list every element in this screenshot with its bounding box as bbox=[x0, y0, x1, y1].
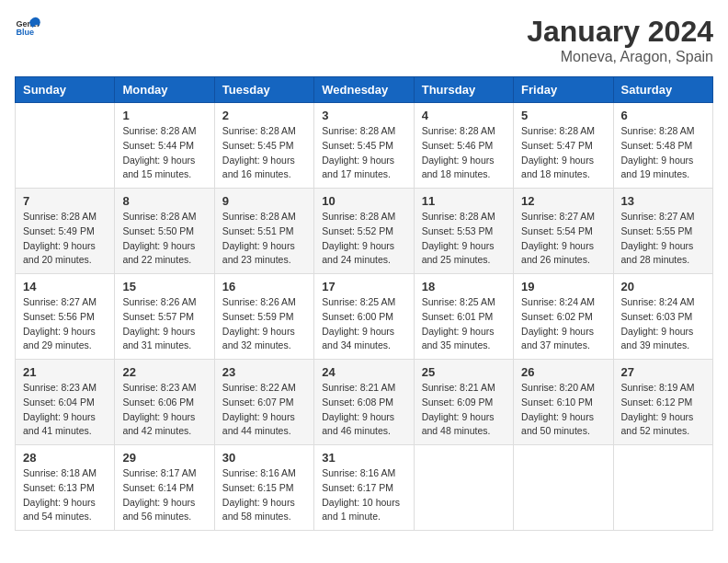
header-tuesday: Tuesday bbox=[214, 77, 313, 103]
day-info: Sunrise: 8:19 AMSunset: 6:12 PMDaylight:… bbox=[621, 381, 705, 439]
day-info: Sunrise: 8:27 AMSunset: 5:55 PMDaylight:… bbox=[621, 210, 705, 268]
day-info: Sunrise: 8:28 AMSunset: 5:51 PMDaylight:… bbox=[222, 210, 306, 268]
calendar-cell-1-5: 4Sunrise: 8:28 AMSunset: 5:46 PMDaylight… bbox=[414, 103, 513, 189]
day-info: Sunrise: 8:22 AMSunset: 6:07 PMDaylight:… bbox=[222, 381, 306, 439]
week-row-1: 1Sunrise: 8:28 AMSunset: 5:44 PMDaylight… bbox=[16, 103, 713, 189]
day-info: Sunrise: 8:21 AMSunset: 6:09 PMDaylight:… bbox=[422, 381, 506, 439]
day-info: Sunrise: 8:28 AMSunset: 5:50 PMDaylight:… bbox=[122, 210, 206, 268]
day-number: 17 bbox=[322, 280, 405, 293]
day-number: 27 bbox=[621, 365, 705, 379]
title-area: January 2024 Moneva, Aragon, Spain bbox=[527, 15, 713, 65]
day-info: Sunrise: 8:21 AMSunset: 6:08 PMDaylight:… bbox=[322, 381, 405, 439]
calendar-cell-3-3: 16Sunrise: 8:26 AMSunset: 5:59 PMDayligh… bbox=[214, 274, 313, 360]
week-row-2: 7Sunrise: 8:28 AMSunset: 5:49 PMDaylight… bbox=[16, 189, 713, 274]
logo-icon: General Blue bbox=[15, 15, 40, 40]
calendar-cell-4-7: 27Sunrise: 8:19 AMSunset: 6:12 PMDayligh… bbox=[613, 360, 712, 445]
week-row-5: 28Sunrise: 8:18 AMSunset: 6:13 PMDayligh… bbox=[16, 445, 713, 531]
calendar-cell-1-6: 5Sunrise: 8:28 AMSunset: 5:47 PMDaylight… bbox=[514, 103, 613, 189]
weekday-header-row: Sunday Monday Tuesday Wednesday Thursday… bbox=[16, 77, 713, 103]
day-info: Sunrise: 8:26 AMSunset: 5:57 PMDaylight:… bbox=[122, 295, 206, 353]
header-monday: Monday bbox=[115, 77, 214, 103]
calendar-cell-1-2: 1Sunrise: 8:28 AMSunset: 5:44 PMDaylight… bbox=[115, 103, 214, 189]
calendar-cell-3-4: 17Sunrise: 8:25 AMSunset: 6:00 PMDayligh… bbox=[314, 274, 414, 360]
calendar-cell-4-3: 23Sunrise: 8:22 AMSunset: 6:07 PMDayligh… bbox=[214, 360, 313, 445]
day-number: 12 bbox=[521, 194, 605, 208]
day-info: Sunrise: 8:25 AMSunset: 6:00 PMDaylight:… bbox=[322, 295, 405, 353]
calendar-cell-2-7: 13Sunrise: 8:27 AMSunset: 5:55 PMDayligh… bbox=[613, 189, 712, 274]
day-info: Sunrise: 8:27 AMSunset: 5:56 PMDaylight:… bbox=[23, 295, 107, 353]
day-number: 28 bbox=[23, 451, 107, 465]
day-number: 3 bbox=[322, 109, 405, 122]
day-number: 26 bbox=[521, 365, 605, 379]
calendar-cell-4-4: 24Sunrise: 8:21 AMSunset: 6:08 PMDayligh… bbox=[314, 360, 414, 445]
calendar-cell-1-3: 2Sunrise: 8:28 AMSunset: 5:45 PMDaylight… bbox=[214, 103, 313, 189]
day-info: Sunrise: 8:28 AMSunset: 5:53 PMDaylight:… bbox=[422, 210, 506, 268]
day-info: Sunrise: 8:28 AMSunset: 5:47 PMDaylight:… bbox=[521, 124, 605, 182]
calendar-cell-5-7 bbox=[613, 445, 712, 531]
logo: General Blue bbox=[15, 15, 40, 40]
calendar-cell-3-1: 14Sunrise: 8:27 AMSunset: 5:56 PMDayligh… bbox=[16, 274, 115, 360]
day-info: Sunrise: 8:16 AMSunset: 6:15 PMDaylight:… bbox=[222, 466, 306, 524]
day-number: 10 bbox=[322, 194, 405, 208]
calendar-cell-1-7: 6Sunrise: 8:28 AMSunset: 5:48 PMDaylight… bbox=[613, 103, 712, 189]
header-friday: Friday bbox=[514, 77, 613, 103]
day-info: Sunrise: 8:17 AMSunset: 6:14 PMDaylight:… bbox=[122, 466, 206, 524]
calendar-cell-1-1 bbox=[16, 103, 115, 189]
day-number: 13 bbox=[621, 194, 705, 208]
header-sunday: Sunday bbox=[16, 77, 115, 103]
day-info: Sunrise: 8:28 AMSunset: 5:49 PMDaylight:… bbox=[23, 210, 107, 268]
calendar-cell-3-7: 20Sunrise: 8:24 AMSunset: 6:03 PMDayligh… bbox=[613, 274, 712, 360]
day-number: 23 bbox=[222, 365, 306, 379]
calendar-cell-4-2: 22Sunrise: 8:23 AMSunset: 6:06 PMDayligh… bbox=[115, 360, 214, 445]
calendar-cell-5-6 bbox=[514, 445, 613, 531]
day-info: Sunrise: 8:23 AMSunset: 6:04 PMDaylight:… bbox=[23, 381, 107, 439]
day-info: Sunrise: 8:25 AMSunset: 6:01 PMDaylight:… bbox=[422, 295, 506, 353]
calendar-cell-5-3: 30Sunrise: 8:16 AMSunset: 6:15 PMDayligh… bbox=[214, 445, 313, 531]
day-number: 24 bbox=[322, 365, 405, 379]
day-info: Sunrise: 8:28 AMSunset: 5:45 PMDaylight:… bbox=[322, 124, 405, 182]
day-number: 15 bbox=[122, 280, 206, 293]
header-saturday: Saturday bbox=[613, 77, 712, 103]
day-number: 18 bbox=[422, 280, 506, 293]
week-row-3: 14Sunrise: 8:27 AMSunset: 5:56 PMDayligh… bbox=[16, 274, 713, 360]
calendar-cell-4-5: 25Sunrise: 8:21 AMSunset: 6:09 PMDayligh… bbox=[414, 360, 513, 445]
calendar-cell-5-5 bbox=[414, 445, 513, 531]
day-number: 11 bbox=[422, 194, 506, 208]
day-number: 1 bbox=[122, 109, 206, 122]
calendar-cell-2-1: 7Sunrise: 8:28 AMSunset: 5:49 PMDaylight… bbox=[16, 189, 115, 274]
day-number: 29 bbox=[122, 451, 206, 465]
week-row-4: 21Sunrise: 8:23 AMSunset: 6:04 PMDayligh… bbox=[16, 360, 713, 445]
calendar-cell-3-5: 18Sunrise: 8:25 AMSunset: 6:01 PMDayligh… bbox=[414, 274, 513, 360]
day-info: Sunrise: 8:27 AMSunset: 5:54 PMDaylight:… bbox=[521, 210, 605, 268]
page-header: General Blue January 2024 Moneva, Aragon… bbox=[15, 15, 713, 65]
day-number: 14 bbox=[23, 280, 107, 293]
day-info: Sunrise: 8:18 AMSunset: 6:13 PMDaylight:… bbox=[23, 466, 107, 524]
calendar-cell-5-4: 31Sunrise: 8:16 AMSunset: 6:17 PMDayligh… bbox=[314, 445, 414, 531]
calendar-cell-5-2: 29Sunrise: 8:17 AMSunset: 6:14 PMDayligh… bbox=[115, 445, 214, 531]
calendar-cell-4-1: 21Sunrise: 8:23 AMSunset: 6:04 PMDayligh… bbox=[16, 360, 115, 445]
day-number: 2 bbox=[222, 109, 306, 122]
calendar-cell-3-2: 15Sunrise: 8:26 AMSunset: 5:57 PMDayligh… bbox=[115, 274, 214, 360]
calendar-cell-1-4: 3Sunrise: 8:28 AMSunset: 5:45 PMDaylight… bbox=[314, 103, 414, 189]
calendar-cell-2-3: 9Sunrise: 8:28 AMSunset: 5:51 PMDaylight… bbox=[214, 189, 313, 274]
calendar-cell-2-2: 8Sunrise: 8:28 AMSunset: 5:50 PMDaylight… bbox=[115, 189, 214, 274]
day-info: Sunrise: 8:20 AMSunset: 6:10 PMDaylight:… bbox=[521, 381, 605, 439]
day-number: 22 bbox=[122, 365, 206, 379]
day-info: Sunrise: 8:28 AMSunset: 5:52 PMDaylight:… bbox=[322, 210, 405, 268]
location-title: Moneva, Aragon, Spain bbox=[527, 49, 713, 65]
calendar-cell-5-1: 28Sunrise: 8:18 AMSunset: 6:13 PMDayligh… bbox=[16, 445, 115, 531]
day-number: 9 bbox=[222, 194, 306, 208]
day-number: 5 bbox=[521, 109, 605, 122]
calendar-cell-2-5: 11Sunrise: 8:28 AMSunset: 5:53 PMDayligh… bbox=[414, 189, 513, 274]
day-number: 4 bbox=[422, 109, 506, 122]
calendar-cell-2-4: 10Sunrise: 8:28 AMSunset: 5:52 PMDayligh… bbox=[314, 189, 414, 274]
day-number: 21 bbox=[23, 365, 107, 379]
calendar-table: Sunday Monday Tuesday Wednesday Thursday… bbox=[15, 76, 713, 531]
calendar-cell-4-6: 26Sunrise: 8:20 AMSunset: 6:10 PMDayligh… bbox=[514, 360, 613, 445]
day-info: Sunrise: 8:24 AMSunset: 6:02 PMDaylight:… bbox=[521, 295, 605, 353]
calendar-cell-2-6: 12Sunrise: 8:27 AMSunset: 5:54 PMDayligh… bbox=[514, 189, 613, 274]
day-number: 8 bbox=[122, 194, 206, 208]
day-info: Sunrise: 8:26 AMSunset: 5:59 PMDaylight:… bbox=[222, 295, 306, 353]
day-number: 30 bbox=[222, 451, 306, 465]
month-title: January 2024 bbox=[527, 15, 713, 49]
